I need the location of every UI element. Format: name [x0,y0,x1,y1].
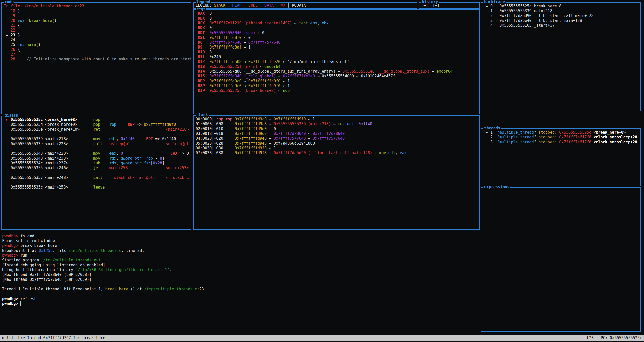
text-line: 0x55555555525d <break_here+9> pop rbp RB… [4,122,189,127]
text-line: 4 0x555555555165 _start+37 [483,23,638,28]
text-line: 05:0028│+028 0x7fffffffd9e8 ← 0xf7a4866c… [196,141,477,146]
text-line [2,282,479,287]
text-line: ► 1 "multiple_thread" stopped: 0x5555555… [483,130,638,135]
text-line: R15 0x7ffff7ffd040 (_rtld_global) → 0x7f… [196,74,477,79]
text-line [4,170,189,175]
text-line: 26 { [4,47,189,52]
text-line: pwndbg> refresh [2,297,479,301]
legend-items: LEGEND: STACK │ HEAP │ CODE │ DATA │ WX … [194,3,417,8]
text-line: pwndbg> ▏ [2,301,479,306]
text-line: In file: /tmp/multiple_threads.c:23 [4,4,189,9]
disassembly-listing: ► 0x55555555525c <break_here+8> nop 0x55… [2,116,191,229]
text-line: 02:0010│+010 0x7fffffffd9d0 ← 0 [196,127,477,131]
panel-stack: stack 00:0000│ rbp rsp 0x7fffffffd9c0 → … [193,115,480,230]
text-line: [Thread debugging using libthread_db ena… [2,263,479,268]
text-line: 0x555555555355 <main+246> je main+253<ma… [4,166,189,170]
text-line: Starting program: /tmp/multiple_threads.… [2,258,479,263]
text-line: 0x55555555535c <main+253> leave [4,185,189,190]
text-line: 0x555555555348 <main+233> mov rdx, qword… [4,156,189,161]
text-line: RSP 0x7fffffffd9c0 → 0x7fffffffd9f0 ← 1 [196,84,477,88]
text-line: Using host libthread_db library "/lib/x8… [2,268,479,272]
text-line: R8 0x7ffff7577640 ← 0x7ffff7577640 [196,40,477,45]
text-line: RIP 0x55555555525c (break_here+8) ← nop [196,88,477,93]
text-line: [New Thread 0x7ffff7577640 (LWP 67059)] [2,277,479,282]
text-line: 19 [4,13,189,18]
text-line: 3 "multiple_thread" stopped: 0x7ffff7e61… [483,140,638,145]
text-line: 03:0018│+018 0x7fffffffd9d8 → 0x7ffff7d7… [196,131,477,136]
panel-backtrace: backtrace ► 0 0x55555555525c break_here+… [481,2,641,111]
text-line: R13 0x55555555525f (main) ← endbr64 [196,64,477,69]
text-line: 28 // Initialize semaphore with count 0 … [4,57,189,62]
text-line: 0x55555555533e <main+223> call usleep@pl… [4,142,189,146]
text-line: LEGEND: STACK │ HEAP │ CODE │ DATA │ WX … [196,3,415,8]
text-line: [New Thread 0x7ffff7d78640 (LWP 67058)] [2,272,479,277]
text-line: 27 [4,52,189,57]
panel-expressions: expressions [481,187,641,332]
text-line: R11 0x246 [196,55,477,59]
text-line: R14 0x555555557d88 (__do_global_dtors_au… [196,69,477,74]
text-line: ► 0 0x55555555525c break_here+8 [483,4,638,9]
text-line: 0x555555555343 <main+228> mov eax, 0EAX … [4,151,189,156]
text-line: 24 [4,38,189,42]
registers-list: RAX 0 RBX 0 RCX 0x7ffff7e11219 (pthread_… [194,10,479,114]
status-thread-info: multi-thre Thread 0x7ffff7d797 In: break… [2,336,105,340]
text-line: ► 23 } [4,33,189,38]
text-line: 01:0008│+008 0x7fffffffd9c8 → 0x55555555… [196,122,477,127]
status-line-pc: L23 PC: 0x55555555525c [587,336,642,340]
status-bar: multi-thre Thread 0x7ffff7d797 In: break… [0,335,644,341]
text-line: Focus set to cmd window. [2,239,479,243]
history-nav-buttons[interactable]: [←] [→] [419,3,479,8]
panel-threads: threads ► 1 "multiple_thread" stopped: 0… [481,128,641,186]
text-line: RDI 0x555555558040 (sem) ← 0 [196,30,477,35]
text-line: pwndbg> break break_here [2,243,479,248]
text-line: R12 0x7fffffffdb08 → 0x7fffffffde20 ← '/… [196,59,477,64]
text-line: 21 { [4,23,189,28]
stack-entries: 00:0000│ rbp rsp 0x7fffffffd9c0 → 0x7fff… [194,116,479,229]
text-line: 2 "multiple_thread" stopped: 0x7ffff7e61… [483,135,638,140]
text-line: 0x555555555357 <main+248> call __stack_c… [4,175,189,180]
text-line: pwndbg> fs cmd [2,234,479,239]
text-line: 0x55555555525e <break_here+10> ret<main+… [4,127,189,132]
text-line: ► 0x55555555525c <break_here+8> nop [4,117,189,122]
text-line: RBP 0x7fffffffd9c0 → 0x7fffffffd9f0 ← 1 [196,79,477,84]
text-line: 00:0000│ rbp rsp 0x7fffffffd9c0 → 0x7fff… [196,117,477,122]
threads-list: ► 1 "multiple_thread" stopped: 0x5555555… [481,129,640,186]
panel-disasm: disasm ► 0x55555555525c <break_here+8> n… [1,116,191,230]
text-line: 04:0020│+020 0x7fffffffd9e0 → 0x7ffff757… [196,136,477,141]
text-line: 0x55555555534c <main+237> sub rdx, qword… [4,161,189,166]
text-line: 1 0x555555555339 main+218 [483,9,638,13]
text-line: R9 0x7fffffffd8af ← 1 [196,45,477,50]
gdb-console[interactable]: pwndbg> fs cmdFocus set to cmd window.pw… [2,234,479,334]
panel-history: history [←] [→] [419,2,480,9]
text-line: 2 0x7ffff7da5d90 __libc_start_call_main+… [483,13,638,18]
text-line [2,292,479,297]
text-line: Thread 1 "multiple_thread" hit Breakpoin… [2,287,479,292]
text-line: 22 [4,28,189,33]
panel-legend: legend LEGEND: STACK │ HEAP │ CODE │ DAT… [193,2,417,9]
panel-code: code In file: /tmp/multiple_threads.c:23… [1,2,191,114]
text-line: RSI 0x7fffffffd8f0 ← 0 [196,35,477,40]
text-line: 18 } [4,9,189,13]
expressions-list [481,188,640,331]
text-line: pwndbg> run [2,253,479,258]
panel-regs: regs RAX 0 RBX 0 RCX 0x7ffff7e11219 (pth… [193,9,480,114]
backtrace-frames: ► 0 0x55555555525c break_here+8 1 0x5555… [481,3,640,111]
source-code-listing: In file: /tmp/multiple_threads.c:23 18 }… [2,3,191,114]
text-line: RBX 0 [196,16,477,21]
text-line: R10 8 [196,50,477,55]
text-line [4,180,189,185]
text-line: 3 0x7ffff7da5e40 __libc_start_main+128 [483,18,638,23]
text-line: 20 void break_here() [4,18,189,23]
text-line: ↓ [4,132,189,137]
text-line: 0x555555555339 <main+218> mov edi, 0x1f4… [4,137,189,142]
text-line: Breakpoint 1 at 0x125c: file /tmp/multip… [2,248,479,253]
text-line: [←] [→] [421,3,477,8]
text-line: 25 int main() [4,42,189,47]
text-line [4,146,189,151]
text-line: 06:0030│+030 0x7fffffffd9f0 ← 1 [196,146,477,151]
text-line: RCX 0x7ffff7e11219 (pthread_create+1497)… [196,21,477,26]
text-line: RAX 0 [196,11,477,16]
text-line: RDX 0 [196,26,477,30]
text-line: 07:0038│+038 0x7fffffffd9f8 → 0x7ffff7da… [196,151,477,156]
